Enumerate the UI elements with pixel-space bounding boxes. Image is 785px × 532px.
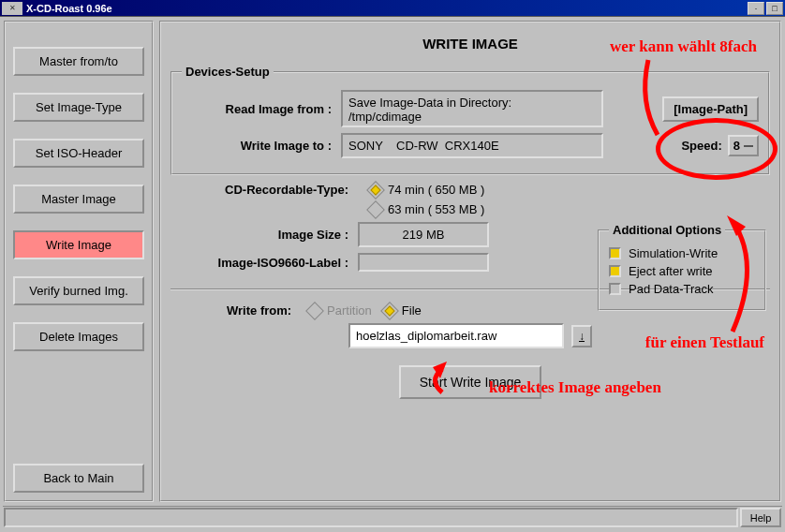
cd-type-opt2: 63 min ( 553 MB ) bbox=[388, 202, 484, 216]
image-size-value: 219 MB bbox=[358, 222, 489, 247]
read-image-label: Read Image from : bbox=[182, 102, 341, 116]
image-size-label: Image Size : bbox=[170, 228, 358, 242]
speed-select[interactable]: 8 bbox=[728, 135, 759, 156]
radio-63min[interactable] bbox=[366, 200, 385, 219]
image-path-button[interactable]: [Image-Path] bbox=[662, 96, 759, 122]
minimize-button[interactable]: · bbox=[748, 2, 764, 15]
check-eject-after-write[interactable] bbox=[609, 265, 621, 277]
sidebar-master-image[interactable]: Master Image bbox=[13, 185, 144, 214]
page-title: WRITE IMAGE bbox=[170, 36, 770, 52]
write-from-label: Write from: bbox=[227, 303, 291, 318]
iso-label-label: Image-ISO9660-Label : bbox=[170, 256, 358, 270]
devices-setup-group: Devices-Setup Read Image from : Save Ima… bbox=[170, 65, 770, 175]
iso-label-value bbox=[358, 253, 489, 272]
radio-74min[interactable] bbox=[366, 181, 385, 200]
sidebar: Master from/to Set Image-Type Set ISO-He… bbox=[4, 21, 154, 502]
window-title: X-CD-Roast 0.96e bbox=[26, 3, 746, 14]
content-panel: WRITE IMAGE Devices-Setup Read Image fro… bbox=[159, 21, 781, 502]
write-image-value: SONY CD-RW CRX140E bbox=[341, 133, 603, 158]
maximize-button[interactable]: □ bbox=[766, 2, 783, 15]
system-menu-icon[interactable]: ✕ bbox=[2, 2, 22, 15]
file-dropdown-button[interactable]: ↓ bbox=[571, 325, 592, 347]
devices-legend: Devices-Setup bbox=[182, 65, 274, 79]
sidebar-back-to-main[interactable]: Back to Main bbox=[13, 464, 144, 493]
cd-type-opt1: 74 min ( 650 MB ) bbox=[388, 183, 484, 197]
check-pad-data-track[interactable] bbox=[609, 283, 621, 295]
addopt-legend: Additional Options bbox=[609, 223, 725, 237]
start-write-image-button[interactable]: Start Write Image bbox=[399, 365, 542, 399]
sidebar-write-image[interactable]: Write Image bbox=[13, 230, 144, 259]
titlebar: ✕ X-CD-Roast 0.96e · □ bbox=[0, 0, 785, 17]
status-bar: Help bbox=[3, 506, 782, 528]
simulation-write-label: Simulation-Write bbox=[629, 246, 718, 260]
pad-data-track-label: Pad Data-Track bbox=[629, 282, 714, 296]
filename-input[interactable]: hoelzlas_diplomarbeit.raw bbox=[348, 323, 564, 348]
file-label: File bbox=[402, 303, 422, 318]
help-button[interactable]: Help bbox=[740, 508, 781, 527]
sidebar-delete-images[interactable]: Delete Images bbox=[13, 322, 144, 351]
status-field bbox=[4, 508, 738, 527]
partition-label: Partition bbox=[327, 303, 372, 318]
check-simulation-write[interactable] bbox=[609, 247, 621, 259]
sidebar-master-from-to[interactable]: Master from/to bbox=[13, 47, 144, 76]
sidebar-set-iso-header[interactable]: Set ISO-Header bbox=[13, 139, 144, 168]
read-image-value: Save Image-Data in Directory: /tmp/cdima… bbox=[341, 90, 603, 127]
radio-file[interactable] bbox=[380, 302, 399, 320]
write-image-label: Write Image to : bbox=[182, 139, 341, 153]
eject-after-write-label: Eject after write bbox=[629, 264, 713, 278]
speed-label: Speed: bbox=[681, 139, 721, 153]
cd-type-label: CD-Recordable-Type: bbox=[170, 183, 358, 197]
additional-options-group: Additional Options Simulation-Write Ejec… bbox=[598, 223, 766, 311]
sidebar-set-image-type[interactable]: Set Image-Type bbox=[13, 93, 144, 122]
sidebar-verify-burned[interactable]: Verify burned Img. bbox=[13, 276, 144, 305]
radio-partition[interactable] bbox=[305, 302, 324, 320]
